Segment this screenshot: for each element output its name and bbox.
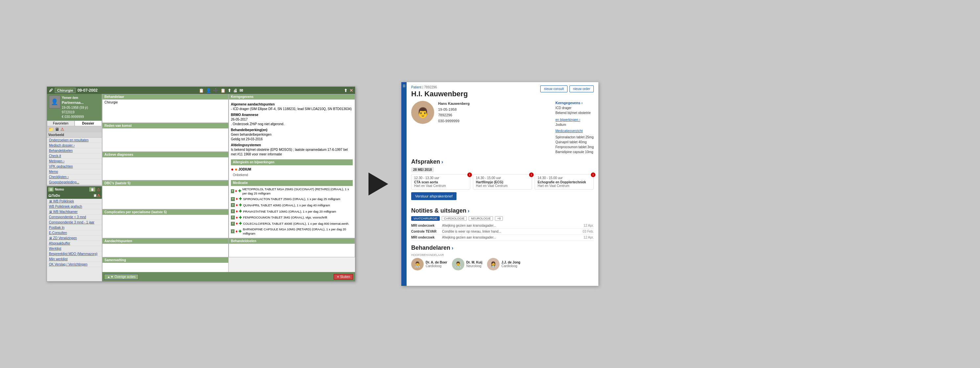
med-t-icon-2: T: [231, 197, 235, 201]
kerngegevens-content: Algemene aandachtspunten - ICD drager (S…: [229, 100, 355, 238]
todo-item-werklijst[interactable]: Werklijst: [47, 246, 102, 251]
todo-icon-1[interactable]: 🗂: [48, 194, 52, 198]
toolbar-icon-4[interactable]: 📋: [220, 88, 226, 93]
todo-icon-2[interactable]: 🖥: [93, 194, 97, 198]
nemo-icon-1[interactable]: 🖥: [48, 187, 54, 191]
kg-content-2: . Onderzoek ZHiP nog niet afgerond.: [231, 122, 353, 126]
tag-cardiologie[interactable]: CARDIOLOGIE: [442, 216, 467, 221]
overige-actues-btn[interactable]: ▲▼ Overige acties: [104, 274, 138, 280]
appt-time-3: 14.30 - 15.00 uur: [538, 176, 591, 180]
todo-icon-red: ⚠: [97, 193, 100, 198]
sidebar-item-onderzoeken[interactable]: Onderzoeken en resultaten: [47, 138, 102, 143]
section-kerngegevens: Kerngegevens Algemene aandachtspunten - …: [229, 94, 355, 238]
notitie-text-2: Conditie is weer op niveau, linker hand.…: [442, 230, 570, 233]
med-text-7: BARNIDIPINE CAPSULE MGA 10MG (RETARD) (O…: [243, 227, 353, 236]
sidebar-item-behandeldoelen[interactable]: Behandeldoelen: [47, 148, 102, 153]
behandelaren-heading[interactable]: Behandelaren: [411, 244, 594, 251]
med-item-6: T ♦ ✚ COLECALCIFEROL TABLET 400IE (ORAAL…: [231, 221, 353, 226]
afspraken-heading[interactable]: Afspraken: [411, 158, 594, 165]
sidebar-item-vpk[interactable]: VPK opdrachten: [47, 164, 102, 169]
section-actieve-diagnoses: Actieve diagnoses: [102, 152, 229, 181]
sidebar-item-checkit[interactable]: Check-it: [47, 153, 102, 159]
todo-item-mdo[interactable]: Bespreeklijst MDO (Mammazorg): [47, 251, 102, 256]
med-item-5: T ♦ ✚ FENPROCOUMON TABLET 3MG (ORAAL), v…: [231, 215, 353, 220]
kg-content-3: Geen behandelbeperkingenGeldig tot 29-03…: [231, 132, 353, 142]
todo-item-wb-polikliniek-grafisch[interactable]: WB Polikliniek grafisch: [47, 204, 102, 209]
toolbar-icon-7[interactable]: ✉: [239, 88, 243, 93]
notitie-date-3: 12 Apr.: [571, 236, 594, 239]
section-aandachtspunten: Aandachtspunten: [102, 238, 229, 257]
patient-id: 9722019: [62, 110, 100, 115]
kg-title-2: BRMO Anamnese: [231, 113, 353, 117]
sidebar-icon-1[interactable]: 📁: [48, 127, 54, 132]
tab-dossier[interactable]: Dossier: [75, 121, 102, 126]
todo-header: 🗂 ToDo 🖥 ⚠: [47, 193, 102, 199]
sidebar-item-groepsbegeleiding[interactable]: Groepsbegeleiding...: [47, 180, 102, 185]
sidebar-icon-2[interactable]: 🖥: [55, 127, 59, 132]
nieuw-consult-btn[interactable]: nieuw consult: [540, 85, 568, 92]
close-icon[interactable]: ✕: [350, 88, 353, 93]
notitie-date-2: 03 Feb.: [571, 230, 594, 233]
sidebar-item-memo[interactable]: Memo: [47, 169, 102, 174]
todo-item-mijn-werklijst[interactable]: Mijn werklijst: [47, 256, 102, 262]
content-complicaties: [102, 215, 228, 238]
legacy-titlebar: 🖊 Chirurgie 09-07-2002 📋 👤 ➕ 📋 ⬆ 🖨 ✉ ⬆ ✕: [47, 87, 355, 94]
sidebar-item-checklijsten[interactable]: Checklijsten ›: [47, 174, 102, 180]
todo-item-postbak[interactable]: Postbak In: [47, 225, 102, 230]
med-green-icon-7: ✚: [239, 229, 242, 234]
med-text-1: METOPROLOL TABLET MGA 25MG (SUCCINAAT) (…: [242, 187, 353, 196]
sidebar-item-metingen[interactable]: Metingen ›: [47, 159, 102, 164]
nemo-icon-2[interactable]: 📋: [89, 187, 95, 191]
nieuw-order-btn[interactable]: nieuw order: [570, 85, 594, 92]
patient-phone: € 030-9999999: [62, 115, 100, 119]
sluiten-btn[interactable]: ✕ Sluiten: [334, 274, 353, 280]
toolbar-icon-3[interactable]: ➕: [213, 88, 218, 93]
section-behandeldoelen: Behandeldoelen: [229, 238, 355, 257]
tag-vaatchirurgie[interactable]: VAATCHIRURGIE: [411, 216, 440, 221]
appt-badge-1: !: [467, 172, 472, 177]
tab-favorieten[interactable]: Favorieten: [47, 121, 75, 126]
hamburger-icon[interactable]: ☰: [402, 84, 406, 88]
behandelaar-role-2: Neuroloog: [466, 264, 482, 268]
kerngegevens-link[interactable]: Kerngegevens: [555, 101, 594, 105]
medicatieoverzicht-link[interactable]: Medicatieoverzicht: [555, 129, 594, 133]
sidebar-item-medisch[interactable]: Medisch dossier ›: [47, 143, 102, 148]
medicatie-header: Medicatie: [231, 180, 353, 186]
toolbar-icon-6[interactable]: 🖨: [233, 88, 237, 93]
med-green-icon-5: ✚: [239, 215, 242, 220]
patient-dob: 19-05-1958 (59 jr): [62, 105, 100, 110]
allergies-link[interactable]: en bijwerkingen ›: [555, 118, 594, 121]
med-list: Spironalacton tablet 25mg Quinapril tabl…: [555, 135, 594, 155]
todo-item-zd-verwijzingen[interactable]: 🖥 ZD Verwijzingen: [47, 236, 102, 241]
appt-dept-1: Hart en Vaat Centrum: [414, 184, 467, 188]
behandelaar-role-1: Cardioloog: [426, 264, 447, 268]
toolbar-icon-5[interactable]: ⬆: [228, 88, 231, 93]
toolbar-icon-1[interactable]: 📋: [199, 88, 204, 93]
notitie-date-1: 12 Apr.: [571, 224, 594, 227]
tag-more[interactable]: +8: [495, 216, 503, 221]
med-red-icon-4: ♦: [236, 209, 238, 214]
todo-item-wb-wachtkamer[interactable]: 🖥 WB Wachtkamer: [47, 209, 102, 215]
todo-item-ok-verslag[interactable]: OK Verslag / Verrichtingen: [47, 262, 102, 267]
up-chevron-icon: ▲▼: [107, 275, 114, 279]
toolbar-icon-2[interactable]: 👤: [206, 88, 211, 93]
appointment-card-2: ! 14.30 - 15.00 uur Hartfilmpje (ECG) Ha…: [473, 174, 532, 190]
tag-neurologie[interactable]: NEUROLOGIE: [469, 216, 493, 221]
sidebar-tabs: Favorieten Dossier: [47, 121, 102, 126]
content-aandachtspunten: [102, 244, 228, 257]
patient-name: Yener-ten Partnernaa...: [62, 95, 100, 105]
upload-icon[interactable]: ⬆: [344, 88, 347, 93]
notities-heading[interactable]: Notities & uitslagen: [411, 207, 594, 214]
new-ui-inner: ☰ Patient | 7892296 H.I. Kauwenberg: [401, 82, 598, 286]
behandelaar-avatar-2: 👨‍⚕️: [452, 258, 465, 271]
appointment-card-3: ! 14.30 - 15.00 uur Echografie en Dopple…: [535, 174, 594, 190]
todo-item-correspondentie-3mnd-1j[interactable]: Correspondentie 3 mnd - 1 jaar: [47, 220, 102, 225]
todo-item-correspondentie-3mnd[interactable]: Correspondentie < 3 mnd: [47, 215, 102, 220]
header-aandachtspunten: Aandachtspunten: [102, 239, 228, 244]
todo-item-econsulten[interactable]: E-Consulten: [47, 230, 102, 236]
todo-item-afspraakbuffer[interactable]: Afspraakbuffer: [47, 241, 102, 246]
verstuur-afsprakenbrief-btn[interactable]: Verstuur afsprakenbrief: [411, 192, 457, 200]
todo-item-wb-polikliniek[interactable]: 🖥 WB Polikliniek: [47, 199, 102, 204]
med-text-5: FENPROCOUMON TABLET 3MG (ORAAL), vlgs. v…: [243, 215, 327, 220]
appt-time-1: 12.30 - 13.30 uur: [414, 176, 467, 180]
